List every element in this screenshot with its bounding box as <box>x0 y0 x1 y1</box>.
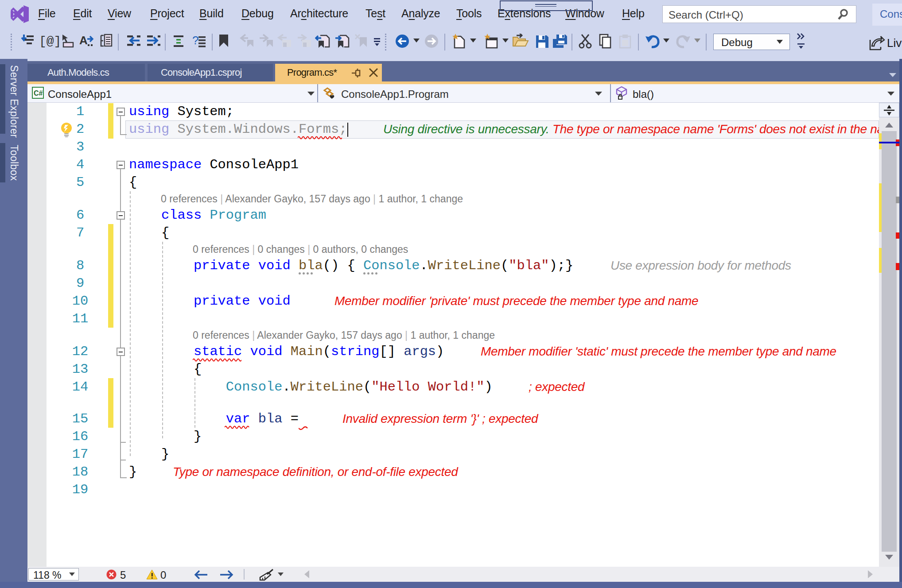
svg-text:A: A <box>79 34 88 47</box>
svg-text:?: ? <box>192 34 198 47</box>
